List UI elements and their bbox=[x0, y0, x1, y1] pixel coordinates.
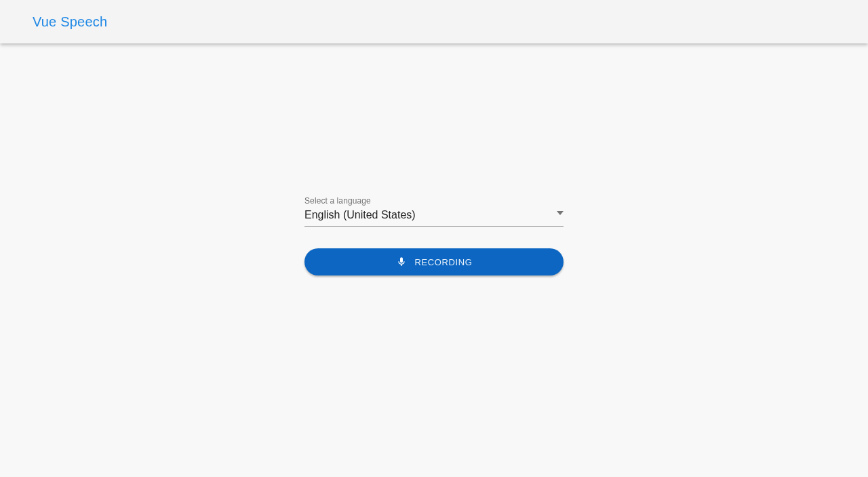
chevron-down-icon bbox=[557, 211, 564, 215]
app-title: Vue Speech bbox=[33, 14, 107, 30]
language-select-value: English (United States) bbox=[304, 209, 416, 221]
app-toolbar: Vue Speech bbox=[0, 0, 868, 43]
microphone-icon bbox=[396, 256, 407, 267]
page-body: Select a language English (United States… bbox=[0, 43, 868, 477]
language-label: Select a language bbox=[304, 196, 564, 206]
record-button[interactable]: RECORDING bbox=[304, 248, 564, 275]
language-select[interactable]: English (United States) bbox=[304, 208, 564, 227]
record-button-label: RECORDING bbox=[415, 257, 473, 267]
speech-panel: Select a language English (United States… bbox=[304, 196, 564, 275]
